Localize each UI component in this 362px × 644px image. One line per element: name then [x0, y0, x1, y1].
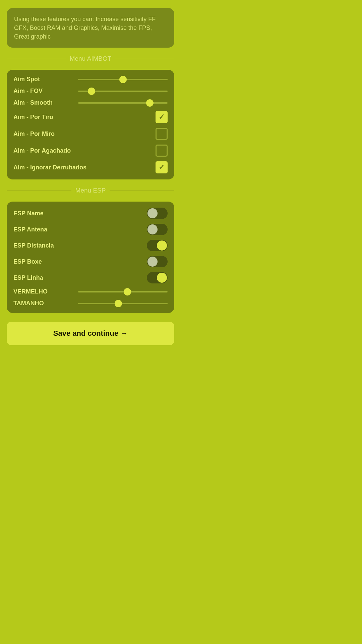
esp-antena-toggle[interactable] — [147, 224, 168, 235]
esp-distancia-toggle-thumb — [157, 240, 167, 251]
aimbot-panel: Aim Spot Aim - FOV Aim - Smooth Aim - Po… — [7, 70, 174, 179]
aim-por-agachado-label: Aim - Por Agachado — [13, 147, 71, 154]
esp-distancia-toggle[interactable] — [147, 240, 168, 251]
aim-fov-slider[interactable] — [78, 91, 168, 92]
aim-spot-track — [78, 79, 168, 80]
aim-spot-row: Aim Spot — [13, 76, 168, 83]
esp-section-title: Menu ESP — [75, 187, 106, 194]
vermelho-thumb — [124, 288, 131, 296]
esp-distancia-row: ESP Distancia — [13, 240, 168, 251]
aimbot-section-divider: Menu AIMBOT — [7, 55, 174, 62]
aim-por-miro-checkbox[interactable] — [156, 128, 168, 140]
save-continue-button[interactable]: Save and continue → — [7, 322, 174, 345]
tamanho-track — [78, 303, 168, 304]
aim-ignorar-derrubados-label: Aim - Ignorar Derrubados — [13, 164, 86, 171]
esp-distancia-label: ESP Distancia — [13, 242, 54, 249]
tamanho-label: TAMANHO — [13, 300, 44, 307]
esp-name-toggle[interactable] — [147, 208, 168, 219]
aim-spot-slider[interactable] — [78, 79, 168, 80]
divider-line-left — [7, 59, 66, 59]
esp-linha-toggle-thumb — [157, 273, 167, 283]
aim-por-miro-label: Aim - Por Miro — [13, 130, 55, 138]
esp-antena-label: ESP Antena — [13, 226, 47, 233]
esp-linha-row: ESP Linha — [13, 272, 168, 283]
aim-fov-row: Aim - FOV — [13, 88, 168, 95]
esp-boxe-row: ESP Boxe — [13, 256, 168, 267]
esp-panel: ESP Name ESP Antena ESP Distancia ESP Bo… — [7, 202, 174, 313]
esp-boxe-toggle-thumb — [147, 257, 158, 267]
aim-fov-thumb — [88, 88, 95, 95]
aim-por-agachado-checkbox[interactable] — [156, 145, 168, 157]
aim-spot-label: Aim Spot — [13, 76, 40, 83]
aim-por-tiro-row: Aim - Por Tiro — [13, 111, 168, 123]
aim-ignorar-derrubados-row: Aim - Ignorar Derrubados — [13, 161, 168, 173]
esp-antena-row: ESP Antena — [13, 224, 168, 235]
info-box: Using these features you can: Increase s… — [7, 8, 174, 48]
aim-smooth-track — [78, 102, 168, 104]
aim-smooth-slider[interactable] — [78, 102, 168, 104]
tamanho-slider[interactable] — [78, 303, 168, 304]
esp-linha-toggle[interactable] — [147, 272, 168, 283]
divider-line-right — [115, 59, 174, 59]
aim-ignorar-derrubados-checkbox[interactable] — [156, 161, 168, 173]
aim-por-miro-row: Aim - Por Miro — [13, 128, 168, 140]
info-text: Using these features you can: Increase s… — [14, 15, 167, 41]
vermelho-row: VERMELHO — [13, 288, 168, 295]
vermelho-track — [78, 291, 168, 292]
aim-spot-thumb — [119, 76, 127, 83]
vermelho-label: VERMELHO — [13, 288, 48, 295]
aim-por-tiro-label: Aim - Por Tiro — [13, 114, 53, 121]
esp-divider-line-right — [110, 191, 174, 191]
esp-name-label: ESP Name — [13, 210, 44, 217]
esp-divider-line-left — [7, 191, 71, 191]
esp-antena-toggle-thumb — [147, 224, 158, 234]
esp-boxe-toggle[interactable] — [147, 256, 168, 267]
vermelho-slider[interactable] — [78, 291, 168, 292]
esp-section-divider: Menu ESP — [7, 187, 174, 194]
aim-fov-track — [78, 91, 168, 92]
aim-por-tiro-checkbox[interactable] — [156, 111, 168, 123]
aimbot-section-title: Menu AIMBOT — [70, 55, 112, 62]
esp-linha-label: ESP Linha — [13, 274, 43, 281]
esp-boxe-label: ESP Boxe — [13, 258, 42, 265]
aim-por-agachado-row: Aim - Por Agachado — [13, 145, 168, 157]
aim-smooth-row: Aim - Smooth — [13, 99, 168, 106]
aim-smooth-label: Aim - Smooth — [13, 99, 53, 106]
aim-fov-label: Aim - FOV — [13, 88, 43, 95]
esp-name-row: ESP Name — [13, 208, 168, 219]
esp-name-toggle-thumb — [147, 208, 158, 218]
tamanho-thumb — [115, 300, 122, 307]
tamanho-row: TAMANHO — [13, 300, 168, 307]
aim-smooth-thumb — [146, 99, 154, 107]
